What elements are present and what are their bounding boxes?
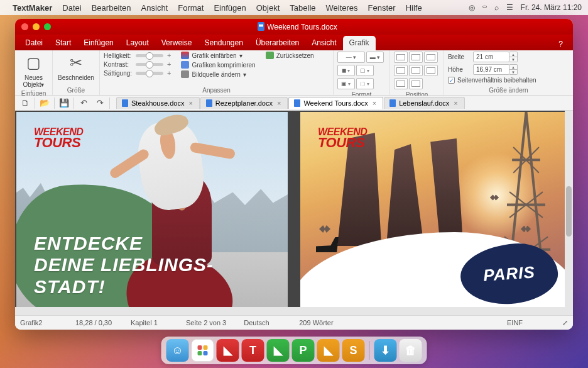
macmenu-objekt[interactable]: Objekt [256,3,280,13]
line-color-dropdown[interactable]: ◼▾ [337,65,355,76]
macmenu-weiteres[interactable]: Weiteres [326,3,358,13]
contrast-slider[interactable] [136,63,163,66]
dock-finder[interactable]: ☺ [166,339,189,362]
send-back-dropdown[interactable] [409,65,423,76]
app-name[interactable]: TextMaker [13,3,52,13]
tab-start[interactable]: Start [49,36,77,50]
macmenu-hilfe[interactable]: Hilfe [406,3,422,13]
macmenu-datei[interactable]: Datei [62,3,81,13]
dock-app-orange1[interactable]: ◣ [317,339,340,362]
rotate-dropdown[interactable] [394,78,408,89]
macmenu-format[interactable]: Format [178,3,204,13]
save-button[interactable]: 💾 [56,97,72,109]
macmenu-bearbeiten[interactable]: Bearbeiten [92,3,131,13]
scrollbar-thumb[interactable] [566,186,572,237]
tab-datei[interactable]: Datei [19,36,49,50]
maximize-window-button[interactable] [44,23,51,30]
dock-launchpad[interactable] [192,339,214,362]
align-dropdown[interactable] [424,52,438,63]
macmenu-tabelle[interactable]: Tabelle [290,3,315,13]
open-button[interactable]: 📂 [36,97,53,109]
contrast-plus[interactable]: + [167,60,171,68]
status-page[interactable]: Seite 2 von 3 [186,319,226,326]
close-tab-icon[interactable]: × [452,99,459,107]
aspect-ratio-checkbox[interactable]: ✓Seitenverhältnis beibehalten [448,77,569,84]
dock-trash[interactable]: 🗑 [400,339,422,362]
redo-button[interactable]: ↷ [92,97,108,109]
status-chapter[interactable]: Kapitel 1 [131,319,168,326]
more-format-dropdown[interactable]: ⬚▾ [356,78,374,89]
effects-dropdown[interactable]: ▣▾ [337,78,355,89]
macmenu-ansicht[interactable]: Ansicht [141,3,168,13]
change-source-button[interactable]: Bildquelle ändern ▾ [181,70,255,78]
position-dropdown[interactable] [394,65,408,76]
page-1[interactable]: WEEKEND TOURS ENTDECKE DEINE LIEBLINGS- … [16,112,288,315]
dock-planmaker[interactable]: P [292,339,315,362]
shadow-dropdown[interactable]: ▢▾ [356,65,374,76]
group-dropdown[interactable] [424,65,438,76]
new-button[interactable]: 🗋 [17,97,33,109]
doctab-lebenslauf[interactable]: Lebenslauf.docx× [384,97,465,109]
status-position[interactable]: 18,28 / 0,30 [75,319,113,326]
tab-verweise[interactable]: Verweise [155,36,199,50]
saturation-slider[interactable] [136,72,163,75]
doctab-rezeptplaner[interactable]: Rezeptplaner.docx× [200,97,288,109]
crop-icon: ✂ [66,53,86,73]
close-window-button[interactable] [21,23,28,30]
fill-dropdown[interactable]: ▬ ▾ [366,52,384,63]
control-center-icon[interactable]: ☰ [506,3,513,12]
compress-button[interactable]: Grafiken komprimieren [181,61,255,69]
search-icon[interactable]: ⌕ [494,3,499,12]
close-tab-icon[interactable]: × [187,99,193,107]
minimize-window-button[interactable] [33,23,40,30]
tab-einfuegen[interactable]: Einfügen [77,36,119,50]
dock-downloads[interactable]: ⬇ [374,339,397,362]
tab-layout[interactable]: Layout [120,36,155,50]
tab-sendungen[interactable]: Sendungen [198,36,249,50]
document-canvas[interactable]: WEEKEND TOURS ENTDECKE DEINE LIEBLINGS- … [15,111,573,315]
dock-app-red1[interactable]: ◣ [217,339,239,362]
macmenu-einfuegen[interactable]: Einfügen [214,3,246,13]
width-spinner[interactable]: ▲▼ [509,52,518,62]
dock-app-green1[interactable]: ◣ [267,339,290,362]
undo-button[interactable]: ↶ [75,97,92,109]
recolor-button[interactable]: Grafik einfärben ▾ [181,52,255,59]
height-spinner[interactable]: ▲▼ [509,64,518,75]
wifi-signal-icon[interactable]: ⌔ [482,3,487,12]
saturation-plus[interactable]: + [167,69,171,77]
wifi-icon[interactable]: ◎ [469,3,475,12]
status-wordcount[interactable]: 209 Wörter [299,319,337,326]
status-insert-mode[interactable]: EINF [507,319,545,326]
flip-dropdown[interactable] [409,78,423,89]
reset-button[interactable]: Zurücksetzen [266,52,314,59]
clock[interactable]: Fr. 24. März 11:20 [521,3,582,12]
new-object-button[interactable]: ▢ Neues Objekt▾ [19,52,48,89]
macmenu-fenster[interactable]: Fenster [368,3,396,13]
status-language[interactable]: Deutsch [244,319,281,326]
doctab-steakhouse[interactable]: Steakhouse.docx× [116,97,200,109]
bring-front-dropdown[interactable] [409,52,423,63]
width-input[interactable]: 21 cm [473,52,509,62]
line-style-dropdown[interactable]: — ▾ [337,52,365,63]
doctab-weekend-tours[interactable]: Weekend Tours.docx× [288,97,383,109]
close-tab-icon[interactable]: × [371,99,378,107]
horizontal-scrollbar[interactable] [15,307,565,315]
brightness-plus[interactable]: + [167,52,171,59]
high-heel-illustration [316,237,339,252]
height-input[interactable]: 16,97 cm [473,64,509,75]
tab-ansicht[interactable]: Ansicht [305,36,342,50]
help-button[interactable]: ? [552,38,569,50]
brightness-label: Helligkeit: [104,52,132,59]
tab-grafik[interactable]: Grafik [343,36,376,50]
wrap-dropdown[interactable] [394,52,408,63]
tab-ueberarbeiten[interactable]: Überarbeiten [249,36,305,50]
crop-button[interactable]: ✂ Beschneiden [57,52,95,82]
page-2[interactable]: WEEKEND TOURS PARIS [300,112,572,315]
close-tab-icon[interactable]: × [276,99,282,107]
vertical-scrollbar[interactable] [565,111,573,315]
status-object[interactable]: Grafik2 [20,319,58,326]
dock-textmaker[interactable]: T [242,339,264,362]
dock-presentations[interactable]: S [342,339,365,362]
status-expand-icon[interactable]: ⤢ [562,319,568,327]
brightness-slider[interactable] [136,54,163,57]
